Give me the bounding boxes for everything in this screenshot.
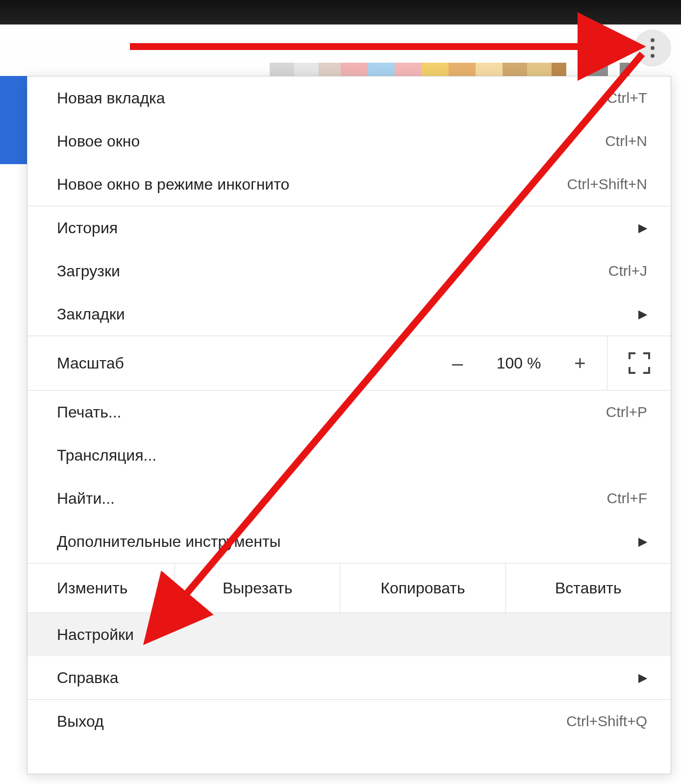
chrome-main-menu: Новая вкладка Ctrl+T Новое окно Ctrl+N Н… bbox=[27, 76, 671, 774]
zoom-value: 100 % bbox=[489, 354, 548, 372]
menu-item-zoom: Масштаб – 100 % + bbox=[27, 336, 671, 390]
menu-item-edit: Изменить Вырезать Копировать Вставить bbox=[27, 564, 671, 612]
menu-item-label: История bbox=[57, 219, 118, 237]
cut-button[interactable]: Вырезать bbox=[175, 564, 340, 612]
kebab-menu-button[interactable] bbox=[634, 29, 671, 67]
menu-item-label: Новое окно bbox=[57, 132, 140, 150]
menu-item-label: Настройки bbox=[57, 626, 134, 644]
chevron-right-icon: ▶ bbox=[638, 307, 647, 321]
fullscreen-button[interactable] bbox=[607, 336, 671, 390]
chevron-right-icon: ▶ bbox=[638, 535, 647, 548]
menu-item-exit[interactable]: Выход Ctrl+Shift+Q bbox=[27, 700, 671, 743]
menu-item-more-tools[interactable]: Дополнительные инструменты ▶ bbox=[27, 520, 671, 563]
menu-item-shortcut: Ctrl+P bbox=[606, 404, 647, 420]
menu-item-shortcut: Ctrl+F bbox=[607, 490, 648, 507]
menu-item-label: Новое окно в режиме инкогнито bbox=[57, 175, 289, 194]
zoom-label: Масштаб bbox=[57, 354, 445, 372]
menu-item-shortcut: Ctrl+J bbox=[608, 263, 647, 279]
vertical-dots-icon bbox=[651, 38, 655, 42]
menu-item-label: Дополнительные инструменты bbox=[57, 533, 281, 551]
menu-item-shortcut: Ctrl+T bbox=[607, 90, 648, 106]
menu-item-label: Трансляция... bbox=[57, 446, 156, 465]
zoom-out-button[interactable]: – bbox=[445, 352, 470, 374]
menu-item-label: Новая вкладка bbox=[57, 89, 165, 107]
window-title-bar bbox=[0, 0, 681, 24]
menu-item-label: Закладки bbox=[57, 305, 125, 323]
menu-item-new-tab[interactable]: Новая вкладка Ctrl+T bbox=[27, 76, 671, 120]
menu-item-label: Справка bbox=[57, 669, 119, 687]
menu-item-label: Найти... bbox=[57, 490, 115, 508]
menu-item-find[interactable]: Найти... Ctrl+F bbox=[27, 477, 671, 520]
edit-label: Изменить bbox=[27, 564, 175, 612]
menu-item-new-window[interactable]: Новое окно Ctrl+N bbox=[27, 120, 671, 163]
chevron-right-icon: ▶ bbox=[638, 671, 647, 685]
menu-item-shortcut: Ctrl+N bbox=[605, 133, 647, 149]
menu-item-incognito[interactable]: Новое окно в режиме инкогнито Ctrl+Shift… bbox=[27, 163, 671, 206]
chevron-right-icon: ▶ bbox=[638, 221, 647, 235]
menu-item-shortcut: Ctrl+Shift+N bbox=[567, 176, 647, 193]
menu-item-downloads[interactable]: Загрузки Ctrl+J bbox=[27, 249, 671, 293]
menu-item-settings[interactable]: Настройки bbox=[27, 613, 671, 656]
menu-item-cast[interactable]: Трансляция... bbox=[27, 434, 671, 477]
fullscreen-icon bbox=[629, 352, 650, 374]
copy-button[interactable]: Копировать bbox=[340, 564, 505, 612]
page-background-hint bbox=[0, 76, 27, 164]
menu-item-bookmarks[interactable]: Закладки ▶ bbox=[27, 293, 671, 336]
menu-item-label: Печать... bbox=[57, 403, 122, 421]
menu-item-shortcut: Ctrl+Shift+Q bbox=[566, 713, 647, 730]
menu-item-print[interactable]: Печать... Ctrl+P bbox=[27, 391, 671, 434]
zoom-in-button[interactable]: + bbox=[568, 352, 592, 374]
menu-item-label: Загрузки bbox=[57, 262, 120, 280]
paste-button[interactable]: Вставить bbox=[505, 564, 671, 612]
menu-item-help[interactable]: Справка ▶ bbox=[27, 656, 671, 699]
menu-item-history[interactable]: История ▶ bbox=[27, 206, 671, 249]
browser-toolbar bbox=[0, 24, 681, 74]
menu-item-label: Выход bbox=[57, 712, 104, 731]
